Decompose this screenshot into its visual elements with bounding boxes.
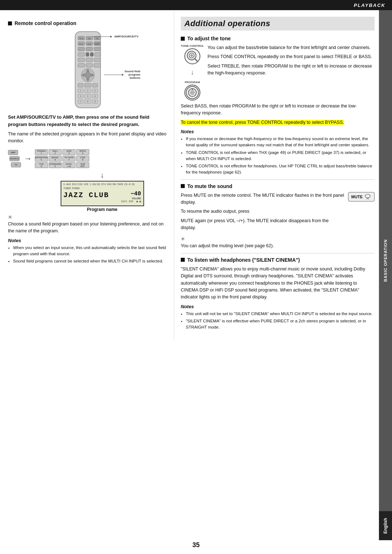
adjust-tone-title: To adjust the tone bbox=[187, 36, 231, 41]
tone-icons: TONE CONTROL ↓ PROGRAM bbox=[181, 44, 204, 101]
stereo-btn: STEREO1 bbox=[35, 149, 48, 155]
tone-cancel-highlight: To cancel the tone control, press TONE C… bbox=[181, 120, 344, 125]
program-appears-text: The name of the selected program appears… bbox=[8, 131, 167, 145]
tone-control-icon-item: TONE CONTROL bbox=[181, 44, 204, 64]
amp-source-label-area: AMP/SOURCE/TV bbox=[92, 35, 139, 38]
display-top-inputs: V-AUXDVI/CD2VCR 1D8/SEDTVDVDMD/TAPECD-RC… bbox=[64, 183, 141, 190]
tone-note-3: TONE CONTROL is not effective for headph… bbox=[186, 163, 375, 176]
svg-point-63 bbox=[191, 91, 194, 94]
set-amp-heading: Set AMP/SOURCE/TV to AMP, then press one… bbox=[8, 114, 167, 128]
sidebar-english: English bbox=[379, 511, 392, 540]
cite-btn: CITE8 bbox=[76, 156, 89, 162]
svg-text:7: 7 bbox=[80, 101, 81, 103]
headphones-notes-title: Notes bbox=[181, 304, 375, 309]
svg-text:1: 1 bbox=[80, 90, 81, 92]
display-screen: V-AUXDVI/CD2VCR 1D8/SEDTVDVDMD/TAPECD-RC… bbox=[61, 181, 144, 206]
left-notes-list: When you select an input source, this un… bbox=[8, 245, 167, 265]
program-row-2: ENTERTAIN5 MUSIC6 TV THTR7 CITE8 bbox=[35, 156, 89, 162]
svg-text:MUTE: MUTE bbox=[79, 43, 83, 45]
adjust-tone-header: To adjust the tone bbox=[181, 36, 375, 41]
left-column: Remote control operation TV AL bbox=[0, 10, 174, 341]
mute-sound-title: To mute the sound bbox=[187, 183, 232, 189]
section-bullet bbox=[8, 21, 12, 25]
mute-sound-header: To mute the sound bbox=[181, 183, 375, 189]
mute-button-area: MUTE bbox=[348, 192, 375, 201]
svg-rect-20 bbox=[78, 58, 85, 62]
svg-rect-34 bbox=[93, 83, 98, 87]
program-knob-svg bbox=[185, 85, 200, 100]
svg-rect-33 bbox=[85, 83, 91, 87]
tone-notes-title: Notes bbox=[181, 129, 375, 134]
extd-btn: EXTD.+10 bbox=[62, 162, 75, 168]
down-arrow: ↓ bbox=[101, 171, 104, 179]
svg-rect-15 bbox=[94, 47, 101, 51]
mute-vol-text: MUTE again (or press VOL –/+). The MUTE … bbox=[181, 217, 344, 232]
tone-control-circle bbox=[184, 48, 200, 64]
svg-marker-56 bbox=[122, 74, 124, 76]
tone-control-svg bbox=[186, 50, 199, 63]
entertain-btn: ENTERTAIN5 bbox=[35, 156, 48, 162]
left-notes-title: Notes bbox=[8, 238, 167, 243]
tone-body-text: You can adjust the bass/treble balance f… bbox=[208, 44, 375, 51]
remote-control-title: Remote control operation bbox=[15, 20, 76, 26]
tone-cancel-text: To cancel the tone control, press TONE C… bbox=[181, 119, 375, 126]
remote-image-area: TV AL VOL VOL MUTE BAND MUTE bbox=[8, 30, 167, 111]
svg-rect-14 bbox=[86, 47, 93, 51]
display-volume-area: −40 VOLUME bbox=[131, 191, 141, 200]
program-name-label: Program name bbox=[87, 207, 117, 212]
left-note-1: When you select an input source, this un… bbox=[13, 245, 167, 257]
top-bar: PLAYBACK bbox=[0, 0, 392, 10]
program-row-1: STEREO1 HALL2 JAZZ3 ROCK4 bbox=[35, 149, 89, 155]
display-volume: −40 bbox=[131, 191, 141, 197]
program-knob-item: PROGRAM bbox=[184, 81, 200, 101]
playback-label: PLAYBACK bbox=[354, 3, 385, 8]
tone-instruction-1: Press TONE CONTROL repeatedly on the fro… bbox=[208, 53, 375, 60]
additional-operations-title: Additional operations bbox=[181, 17, 375, 30]
mute-tip-icon: ✳ bbox=[181, 236, 375, 242]
mute-bullet bbox=[181, 184, 185, 188]
amp-source-tv-buttons: AMP SOURCE TV bbox=[8, 150, 21, 167]
svg-text:TV AL: TV AL bbox=[79, 38, 83, 40]
tv-button: TV bbox=[11, 162, 21, 167]
svg-point-27 bbox=[85, 72, 91, 78]
remote-control-section-header: Remote control operation bbox=[8, 20, 167, 26]
sidebar-basic-operation: BASIC OPERATION bbox=[379, 10, 392, 511]
tone-note-1: If you increase or decrease the high-fre… bbox=[186, 136, 375, 148]
svg-rect-13 bbox=[78, 47, 85, 51]
mute-tip-text: You can adjust the muting level (see pag… bbox=[181, 243, 375, 249]
display-area: ↓ V-AUXDVI/CD2VCR 1D8/SEDTVDVDMD/TAPECD-… bbox=[37, 171, 167, 212]
left-note-2: Sound field programs cannot be selected … bbox=[13, 258, 167, 264]
thx-btn: THX9 bbox=[35, 162, 48, 168]
program-display-area: AMP SOURCE TV → STEREO1 HALL2 JAZZ3 ROCK… bbox=[8, 149, 167, 168]
headphones-header: To listen with headphones ("SILENT CINEM… bbox=[181, 257, 375, 263]
mute-text-col: Press MUTE on the remote control. The MU… bbox=[181, 192, 344, 234]
program-row-3: THX9 STANDARD0 EXTD.+10 SURENT bbox=[35, 162, 89, 168]
svg-line-59 bbox=[195, 59, 197, 61]
svg-rect-22 bbox=[94, 58, 101, 62]
svg-text:VOL: VOL bbox=[87, 38, 91, 40]
hall-btn: HALL2 bbox=[49, 149, 62, 155]
headphones-bullet bbox=[181, 258, 185, 262]
mute-btn-label: MUTE bbox=[351, 195, 363, 199]
right-sidebar: BASIC OPERATION English bbox=[379, 10, 392, 540]
sound-field-label-area: Sound field program buttons bbox=[104, 70, 140, 80]
tone-text: You can adjust the bass/treble balance f… bbox=[208, 44, 375, 101]
amp-button: AMP bbox=[8, 150, 18, 155]
tone-notes: Notes If you increase or decrease the hi… bbox=[181, 129, 375, 176]
svg-text:4: 4 bbox=[80, 95, 81, 97]
jazz-btn: JAZZ3 bbox=[62, 149, 75, 155]
tone-section: TONE CONTROL ↓ PROGRAM bbox=[181, 44, 375, 101]
program-knob bbox=[184, 85, 200, 101]
divider-1 bbox=[181, 179, 375, 180]
tone-notes-list: If you increase or decrease the high-fre… bbox=[181, 136, 375, 176]
tone-note-2: TONE CONTROL is not effective when THX (… bbox=[186, 150, 375, 162]
svg-text:3: 3 bbox=[94, 90, 95, 92]
input-buttons-area: AMP SOURCE TV bbox=[8, 150, 21, 167]
arrow-right: → bbox=[24, 154, 32, 163]
amp-source-tv-label: AMP/SOURCE/TV bbox=[114, 35, 139, 38]
tv-thtr-btn: TV THTR7 bbox=[62, 156, 75, 162]
standard-btn: STANDARD0 bbox=[49, 162, 62, 168]
amp-arrow bbox=[92, 35, 112, 38]
svg-text:2: 2 bbox=[87, 90, 88, 92]
tone-down-arrow: ↓ bbox=[191, 69, 194, 76]
